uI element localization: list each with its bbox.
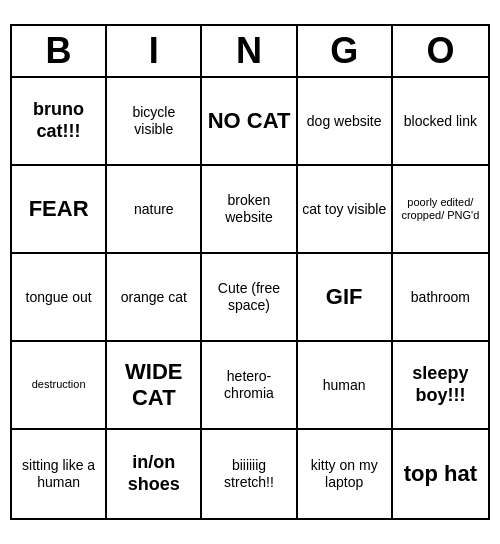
header-g: G <box>298 26 393 76</box>
bingo-cell-15[interactable]: destruction <box>12 342 107 430</box>
bingo-cell-23[interactable]: kitty on my laptop <box>298 430 393 518</box>
bingo-cell-8[interactable]: cat toy visible <box>298 166 393 254</box>
bingo-cell-6[interactable]: nature <box>107 166 202 254</box>
header-n: N <box>202 26 297 76</box>
bingo-cell-17[interactable]: hetero- chromia <box>202 342 297 430</box>
bingo-cell-0[interactable]: bruno cat!!! <box>12 78 107 166</box>
bingo-cell-12[interactable]: Cute (free space) <box>202 254 297 342</box>
bingo-cell-18[interactable]: human <box>298 342 393 430</box>
bingo-cell-13[interactable]: GIF <box>298 254 393 342</box>
bingo-cell-3[interactable]: dog website <box>298 78 393 166</box>
bingo-cell-1[interactable]: bicycle visible <box>107 78 202 166</box>
bingo-cell-14[interactable]: bathroom <box>393 254 488 342</box>
bingo-cell-21[interactable]: in/on shoes <box>107 430 202 518</box>
header-i: I <box>107 26 202 76</box>
bingo-header: B I N G O <box>12 26 488 78</box>
bingo-cell-4[interactable]: blocked link <box>393 78 488 166</box>
bingo-cell-2[interactable]: NO CAT <box>202 78 297 166</box>
bingo-cell-10[interactable]: tongue out <box>12 254 107 342</box>
bingo-cell-7[interactable]: broken website <box>202 166 297 254</box>
bingo-cell-24[interactable]: top hat <box>393 430 488 518</box>
header-b: B <box>12 26 107 76</box>
bingo-card: B I N G O bruno cat!!!bicycle visibleNO … <box>10 24 490 520</box>
bingo-cell-11[interactable]: orange cat <box>107 254 202 342</box>
header-o: O <box>393 26 488 76</box>
bingo-cell-20[interactable]: sitting like a human <box>12 430 107 518</box>
bingo-cell-16[interactable]: WIDE CAT <box>107 342 202 430</box>
bingo-cell-19[interactable]: sleepy boy!!! <box>393 342 488 430</box>
bingo-cell-5[interactable]: FEAR <box>12 166 107 254</box>
bingo-cell-9[interactable]: poorly edited/ cropped/ PNG'd <box>393 166 488 254</box>
bingo-cell-22[interactable]: biiiiiig stretch!! <box>202 430 297 518</box>
bingo-grid: bruno cat!!!bicycle visibleNO CATdog web… <box>12 78 488 518</box>
